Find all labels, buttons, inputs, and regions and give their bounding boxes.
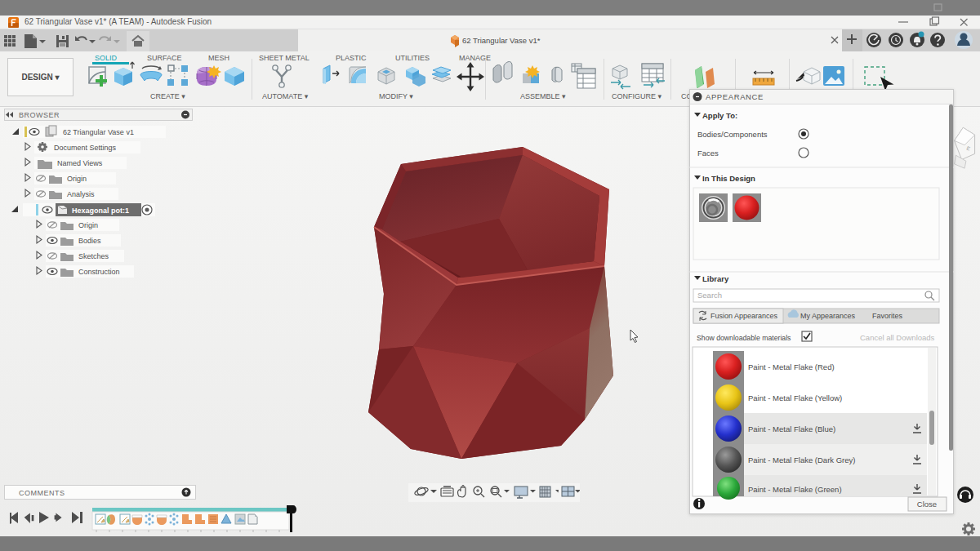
svg-text:APPEARANCE: APPEARANCE [706, 92, 764, 101]
svg-text:Show downloadable materials: Show downloadable materials [697, 334, 791, 342]
svg-text:Cancel all Downloads: Cancel all Downloads [860, 333, 935, 342]
svg-text:Fusion Appearances: Fusion Appearances [710, 312, 778, 320]
svg-text:Hexagonal pot:1: Hexagonal pot:1 [72, 207, 129, 215]
svg-text:In This Design: In This Design [702, 174, 755, 183]
svg-text:Paint - Metal Flake (Yellow): Paint - Metal Flake (Yellow) [748, 393, 842, 402]
svg-text:Faces: Faces [697, 149, 719, 158]
svg-text:Origin: Origin [78, 221, 98, 229]
svg-text:Paint - Metal Flake (Blue): Paint - Metal Flake (Blue) [748, 424, 835, 433]
svg-text:Analysis: Analysis [67, 190, 95, 198]
svg-text:Favorites: Favorites [872, 312, 903, 320]
svg-text:Construction: Construction [78, 268, 120, 276]
svg-text:Apply To:: Apply To: [702, 111, 737, 120]
svg-text:COMMENTS: COMMENTS [19, 489, 65, 497]
svg-text:Named Views: Named Views [57, 159, 103, 167]
svg-text:Sketches: Sketches [78, 252, 109, 260]
svg-text:Bodies: Bodies [78, 237, 101, 245]
svg-text:Search: Search [697, 291, 722, 300]
svg-text:Origin: Origin [67, 175, 87, 183]
svg-text:My Appearances: My Appearances [800, 312, 856, 320]
svg-text:Paint - Metal Flake (Green): Paint - Metal Flake (Green) [748, 485, 842, 494]
svg-text:BROWSER: BROWSER [19, 111, 60, 119]
svg-text:Bodies/Components: Bodies/Components [697, 130, 768, 139]
svg-text:Library: Library [702, 274, 729, 283]
svg-text:62 Triangular Vase v1: 62 Triangular Vase v1 [63, 128, 134, 136]
svg-text:Paint - Metal Flake (Dark Grey: Paint - Metal Flake (Dark Grey) [748, 455, 855, 464]
svg-text:Document Settings: Document Settings [54, 144, 117, 152]
svg-text:62 Triangular Vase v1*: 62 Triangular Vase v1* [462, 36, 541, 45]
svg-text:Close: Close [917, 500, 937, 509]
svg-text:Paint - Metal Flake (Red): Paint - Metal Flake (Red) [748, 362, 835, 371]
